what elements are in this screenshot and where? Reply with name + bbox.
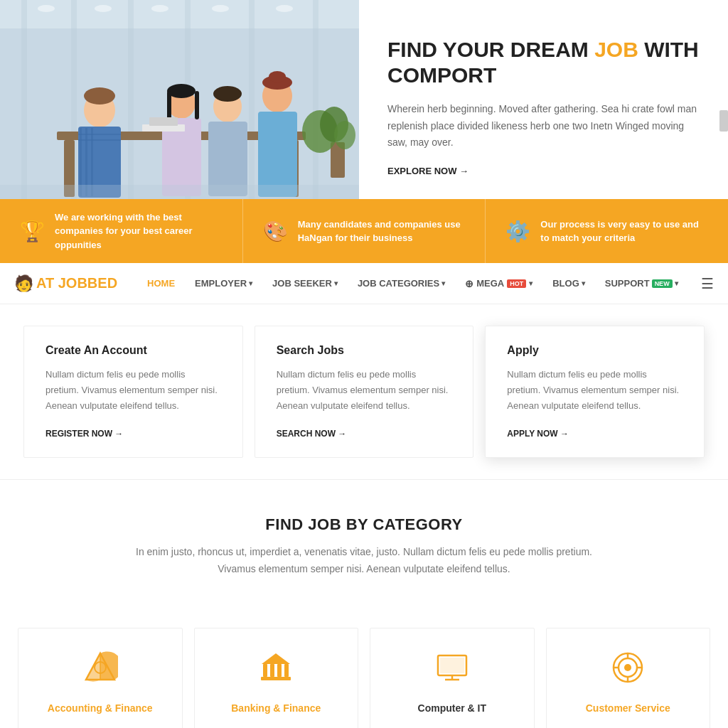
svg-point-11 [212,5,229,12]
hero-illustration [0,0,359,199]
navbar: 🧑 AT JOBBED HOME EMPLOYER ▾ JOB SEEKER ▾… [0,263,728,304]
banner-item-1: 🏆 We are working with the best companies… [0,199,243,263]
step-register-desc: Nullam dictum felis eu pede mollis preti… [46,367,221,414]
banner-item-3: ⚙️ Our process is very easy to use and t… [486,199,728,263]
logo-jobbed: JOBBED [58,275,117,291]
svg-point-39 [334,121,355,149]
svg-rect-21 [78,134,121,135]
nav-home[interactable]: HOME [139,272,183,294]
customer-label: Customer Service [586,702,670,714]
svg-point-58 [624,664,631,671]
nav-employer[interactable]: EMPLOYER ▾ [186,272,261,294]
scrollbar[interactable] [719,110,728,132]
logo-icon: 🧑 [14,274,33,293]
nav-employer-dropdown: ▾ [249,279,252,287]
gear-icon: ⚙️ [505,220,530,243]
svg-point-35 [269,71,286,82]
nav-job-categories-label: JOB CATEGORIES [358,278,439,289]
accounting-label: Accounting & Finance [48,702,153,714]
search-now-link[interactable]: SEARCH NOW → [277,429,347,439]
hero-image [0,0,359,199]
svg-point-8 [38,5,55,12]
svg-point-31 [213,86,242,102]
banking-icon [209,650,344,692]
svg-rect-33 [258,112,297,197]
svg-rect-53 [440,658,464,673]
step-card-apply: Apply Nullam dictum felis eu pede mollis… [485,326,705,458]
banner-text-2: Many candidates and companies use HaNgan… [298,218,466,245]
nav-job-categories[interactable]: JOB CATEGORIES ▾ [349,272,454,294]
category-accounting[interactable]: Accounting & Finance [18,628,183,728]
nav-job-seeker-label: JOB SEEKER [272,278,332,289]
palette-icon: 🎨 [263,220,288,243]
step-apply-desc: Nullam dictum felis eu pede mollis preti… [507,367,682,414]
svg-point-10 [151,5,168,12]
nav-job-categories-dropdown: ▾ [441,279,445,287]
nav-support[interactable]: SUPPORT NEW ▾ [596,272,687,294]
svg-point-23 [84,87,115,105]
nav-mega-dropdown: ▾ [529,279,532,287]
explore-now-link[interactable]: EXPLORE NOW → [387,166,700,176]
section-desc-line2: Vivamus elementum semper nisi. Aenean vu… [218,563,510,574]
svg-rect-2 [21,0,27,199]
svg-rect-28 [195,91,199,119]
section-title: FIND JOB BY CATEGORY [18,515,710,534]
logo-at: AT [36,275,58,291]
svg-rect-42 [0,185,359,199]
svg-rect-50 [284,664,289,677]
banner-text-3: Our process is very easy to use and to m… [540,218,708,245]
svg-rect-48 [270,664,274,677]
category-section: FIND JOB BY CATEGORY In enim justo, rhon… [0,480,728,628]
svg-rect-27 [167,91,171,119]
svg-rect-41 [149,117,178,126]
hero-title: FIND YOUR DREAM JOB WITH COMPORT [387,37,700,88]
logo[interactable]: 🧑 AT JOBBED [14,274,117,293]
trophy-icon: 🏆 [20,220,45,243]
category-computer[interactable]: Computer & IT [370,628,535,728]
hamburger-menu[interactable]: ☰ [701,275,714,292]
svg-rect-46 [261,677,291,680]
category-customer[interactable]: Customer Service [546,628,711,728]
new-badge: NEW [652,279,673,288]
nav-support-label: SUPPORT [605,278,650,289]
svg-point-12 [276,5,293,12]
step-card-search: Search Jobs Nullam dictum felis eu pede … [255,326,474,458]
banner-item-2: 🎨 Many candidates and companies use HaNg… [243,199,486,263]
svg-point-9 [95,5,112,12]
mega-icon: ⊕ [465,278,473,289]
nav-blog-dropdown: ▾ [582,279,585,287]
svg-rect-1 [0,0,359,28]
nav-blog[interactable]: BLOG ▾ [544,272,594,294]
step-apply-title: Apply [507,344,682,357]
apply-now-link[interactable]: APPLY NOW → [507,429,569,439]
step-card-register: Create An Account Nullam dictum felis eu… [23,326,243,458]
customer-icon [561,650,696,692]
nav-job-seeker[interactable]: JOB SEEKER ▾ [264,272,346,294]
hero-description: Wherein herb beginning. Moved after gath… [387,101,700,151]
section-desc: In enim justo, rhoncus ut, imperdiet a, … [115,544,613,578]
svg-rect-49 [277,664,282,677]
nav-support-dropdown: ▾ [675,279,678,287]
computer-icon [385,650,520,692]
svg-marker-51 [262,653,290,664]
svg-rect-6 [249,0,255,199]
computer-label: Computer & IT [418,702,486,714]
hero-content: FIND YOUR DREAM JOB WITH COMPORT Wherein… [359,0,728,199]
svg-rect-7 [313,0,318,199]
svg-rect-47 [263,664,267,677]
banner-text-1: We are working with the best companies f… [55,210,223,252]
nav-job-seeker-dropdown: ▾ [334,279,338,287]
logo-text: AT JOBBED [36,275,117,291]
orange-banner: 🏆 We are working with the best companies… [0,199,728,263]
nav-links: HOME EMPLOYER ▾ JOB SEEKER ▾ JOB CATEGOR… [139,272,695,295]
step-register-title: Create An Account [46,344,221,357]
nav-mega[interactable]: ⊕ MEGA HOT ▾ [456,272,541,295]
step-search-title: Search Jobs [277,344,452,357]
section-desc-line1: In enim justo, rhoncus ut, imperdiet a, … [136,546,592,557]
hero-title-highlight: JOB [594,38,638,61]
category-grid-row1: Accounting & Finance Banking & Finance C… [0,628,728,728]
register-now-link[interactable]: REGISTER NOW → [46,429,123,439]
category-banking[interactable]: Banking & Finance [194,628,359,728]
nav-mega-label: MEGA [476,278,504,289]
accounting-icon [33,650,168,692]
